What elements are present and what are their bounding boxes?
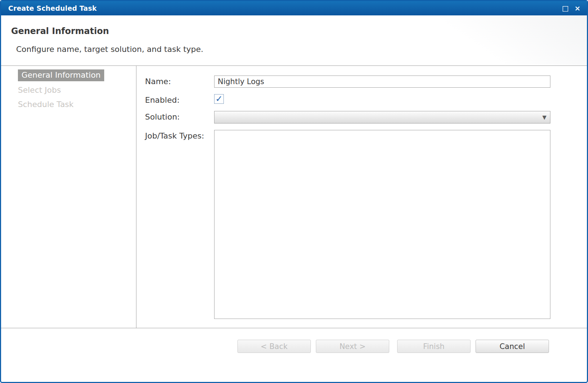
chevron-down-icon: ▼ (539, 114, 550, 121)
solution-dropdown[interactable]: ▼ (214, 111, 550, 123)
maximize-icon[interactable]: □ (562, 5, 569, 12)
name-input[interactable] (214, 76, 550, 88)
enabled-row: Enabled: ✓ (145, 94, 550, 105)
name-label: Name: (145, 76, 214, 86)
window-controls: □ × (562, 5, 580, 12)
cancel-button[interactable]: Cancel (476, 340, 549, 353)
wizard-steps: General Information Select Jobs Schedule… (1, 66, 136, 328)
page-title: General Information (11, 26, 587, 36)
job-task-types-listbox[interactable] (214, 130, 550, 319)
enabled-label: Enabled: (145, 94, 214, 105)
background-swoosh (422, 15, 587, 66)
back-button[interactable]: < Back (237, 340, 311, 353)
dialog-title: Create Scheduled Task (8, 4, 97, 12)
job-task-types-label: Job/Task Types: (145, 130, 214, 140)
page-subtitle: Configure name, target solution, and tas… (16, 45, 587, 54)
name-row: Name: (145, 76, 550, 88)
wizard-step-schedule-task: Schedule Task (18, 100, 136, 109)
enabled-checkbox[interactable]: ✓ (214, 94, 224, 104)
solution-row: Solution: ▼ (145, 111, 550, 123)
dialog-main: General Information Select Jobs Schedule… (1, 66, 587, 328)
wizard-step-general-information[interactable]: General Information (18, 69, 104, 81)
form-content: Name: Enabled: ✓ Solution: ▼ Job/Task Ty… (136, 66, 587, 328)
dialog-title-bar: Create Scheduled Task □ × (1, 1, 587, 15)
checkmark-icon: ✓ (215, 94, 222, 103)
close-icon[interactable]: × (574, 5, 580, 12)
create-scheduled-task-dialog: Create Scheduled Task □ × General Inform… (0, 0, 588, 383)
solution-label: Solution: (145, 111, 214, 121)
job-task-types-row: Job/Task Types: (145, 130, 550, 319)
wizard-step-select-jobs: Select Jobs (18, 86, 136, 94)
finish-button[interactable]: Finish (397, 340, 471, 353)
next-button[interactable]: Next > (316, 340, 389, 353)
dialog-footer: < Back Next > Finish Cancel (1, 328, 587, 382)
dialog-header: General Information Configure name, targ… (1, 15, 587, 66)
